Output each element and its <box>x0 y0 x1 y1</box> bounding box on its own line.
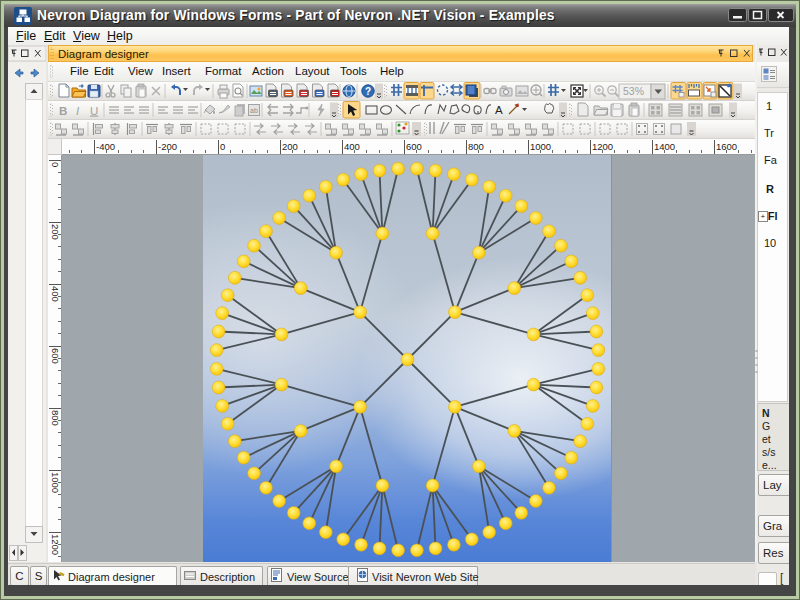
svg-text:200: 200 <box>50 224 61 240</box>
svg-text:-400: -400 <box>96 141 115 152</box>
svg-text:200: 200 <box>282 141 298 152</box>
svg-text:0: 0 <box>50 162 61 167</box>
svg-text:?: ? <box>365 86 371 97</box>
svg-text:600: 600 <box>406 141 422 152</box>
svg-text:-200: -200 <box>158 141 177 152</box>
svg-text:0: 0 <box>220 141 225 152</box>
svg-text:400: 400 <box>50 286 61 302</box>
svg-text:Diagram designer: Diagram designer <box>58 48 149 60</box>
svg-text:800: 800 <box>468 141 484 152</box>
svg-text:800: 800 <box>50 410 61 426</box>
svg-text:ab: ab <box>250 107 258 114</box>
svg-text:400: 400 <box>344 141 360 152</box>
svg-text:53%: 53% <box>623 85 644 97</box>
svg-text:I: I <box>76 105 80 117</box>
svg-text:U: U <box>90 105 98 117</box>
svg-text:A: A <box>495 104 503 116</box>
svg-text:600: 600 <box>50 348 61 364</box>
svg-text:B: B <box>59 105 67 117</box>
